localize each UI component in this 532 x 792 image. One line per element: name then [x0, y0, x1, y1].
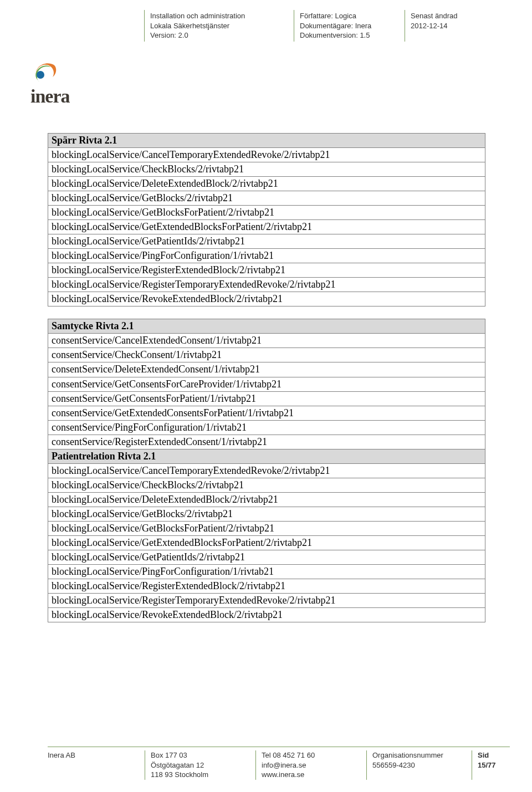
- document-header: Installation och administration Lokala S…: [144, 10, 510, 42]
- header-col-doc: Installation och administration Lokala S…: [144, 10, 294, 42]
- table-sparr: Spärr Rivta 2.1 blockingLocalService/Can…: [48, 133, 485, 306]
- table-row: blockingLocalService/GetPatientIds/2/riv…: [48, 234, 485, 249]
- address-line: Box 177 03: [151, 750, 250, 760]
- table-row: consentService/CancelExtendedConsent/1/r…: [48, 334, 485, 348]
- footer-contact: Tel 08 452 71 60 info@inera.se www.inera…: [255, 750, 366, 780]
- doc-version: Version: 2.0: [150, 30, 288, 40]
- table-row: blockingLocalService/RegisterExtendedBlo…: [48, 263, 485, 278]
- table-header: Patientrelation Rivta 2.1: [48, 449, 485, 463]
- table-row: blockingLocalService/CheckBlocks/2/rivta…: [48, 478, 485, 492]
- table-row: blockingLocalService/RevokeExtendedBlock…: [48, 608, 485, 622]
- table-row: blockingLocalService/GetExtendedBlocksFo…: [48, 535, 485, 550]
- lastchanged-date: 2012-12-14: [411, 21, 471, 31]
- main-content: Spärr Rivta 2.1 blockingLocalService/Can…: [48, 133, 485, 635]
- footer-address: Box 177 03 Östgötagatan 12 118 93 Stockh…: [145, 750, 255, 780]
- table-samtycke-patientrelation: Samtycke Rivta 2.1 consentService/Cancel…: [48, 319, 485, 622]
- table-header: Spärr Rivta 2.1: [48, 134, 485, 148]
- table-row: blockingLocalService/RevokeExtendedBlock…: [48, 292, 485, 306]
- table-row: blockingLocalService/RegisterTemporaryEx…: [48, 278, 485, 292]
- footer-org: Organisationsnummer 556559-4230: [366, 750, 472, 780]
- table-row: blockingLocalService/CheckBlocks/2/rivta…: [48, 162, 485, 177]
- table-header: Samtycke Rivta 2.1: [48, 319, 485, 334]
- logo: inera: [30, 58, 70, 107]
- table-row: consentService/GetConsentsForCareProvide…: [48, 377, 485, 391]
- table-row: blockingLocalService/RegisterExtendedBlo…: [48, 579, 485, 593]
- table-row: consentService/CheckConsent/1/rivtabp21: [48, 348, 485, 362]
- table-row: consentService/GetExtendedConsentsForPat…: [48, 406, 485, 420]
- svg-point-0: [37, 71, 44, 79]
- website: www.inera.se: [262, 770, 361, 780]
- table-row: blockingLocalService/PingForConfiguratio…: [48, 564, 485, 579]
- footer-company: Inera AB: [48, 750, 145, 780]
- docversion: Dokumentversion: 1.5: [300, 30, 399, 40]
- table-row: consentService/DeleteExtendedConsent/1/r…: [48, 362, 485, 377]
- table-row: consentService/GetConsentsForPatient/1/r…: [48, 391, 485, 406]
- document-footer: Inera AB Box 177 03 Östgötagatan 12 118 …: [48, 747, 510, 780]
- table-row: blockingLocalService/GetBlocksForPatient…: [48, 206, 485, 220]
- table-row: blockingLocalService/CancelTemporaryExte…: [48, 463, 485, 478]
- table-row: consentService/PingForConfiguration/1/ri…: [48, 420, 485, 435]
- logo-text: inera: [30, 86, 70, 107]
- table-row: blockingLocalService/GetBlocks/2/rivtabp…: [48, 191, 485, 206]
- header-col-date: Senast ändrad 2012-12-14: [405, 10, 477, 42]
- email: info@inera.se: [262, 760, 361, 770]
- footer-page: Sid 15/77: [472, 750, 510, 780]
- doc-subtitle: Lokala Säkerhetstjänster: [150, 21, 288, 31]
- org-number: 556559-4230: [372, 760, 466, 770]
- table-row: blockingLocalService/PingForConfiguratio…: [48, 249, 485, 263]
- company-name: Inera AB: [48, 750, 139, 760]
- org-label: Organisationsnummer: [372, 750, 466, 760]
- owner: Dokumentägare: Inera: [300, 21, 399, 31]
- logo-icon: [30, 58, 59, 85]
- table-row: blockingLocalService/DeleteExtendedBlock…: [48, 177, 485, 191]
- phone: Tel 08 452 71 60: [262, 750, 361, 760]
- address-line: Östgötagatan 12: [151, 760, 250, 770]
- table-row: blockingLocalService/GetPatientIds/2/riv…: [48, 550, 485, 564]
- doc-title: Installation och administration: [150, 11, 288, 21]
- table-row: blockingLocalService/GetBlocks/2/rivtabp…: [48, 507, 485, 521]
- lastchanged-label: Senast ändrad: [411, 11, 471, 21]
- table-row: blockingLocalService/GetBlocksForPatient…: [48, 521, 485, 535]
- author: Författare: Logica: [300, 11, 399, 21]
- table-row: blockingLocalService/GetExtendedBlocksFo…: [48, 220, 485, 234]
- table-row: blockingLocalService/CancelTemporaryExte…: [48, 148, 485, 162]
- table-row: blockingLocalService/RegisterTemporaryEx…: [48, 593, 485, 607]
- header-col-author: Författare: Logica Dokumentägare: Inera …: [294, 10, 405, 42]
- page-number: Sid 15/77: [478, 750, 504, 770]
- table-row: consentService/RegisterExtendedConsent/1…: [48, 435, 485, 449]
- table-row: blockingLocalService/DeleteExtendedBlock…: [48, 492, 485, 507]
- address-line: 118 93 Stockholm: [151, 770, 250, 780]
